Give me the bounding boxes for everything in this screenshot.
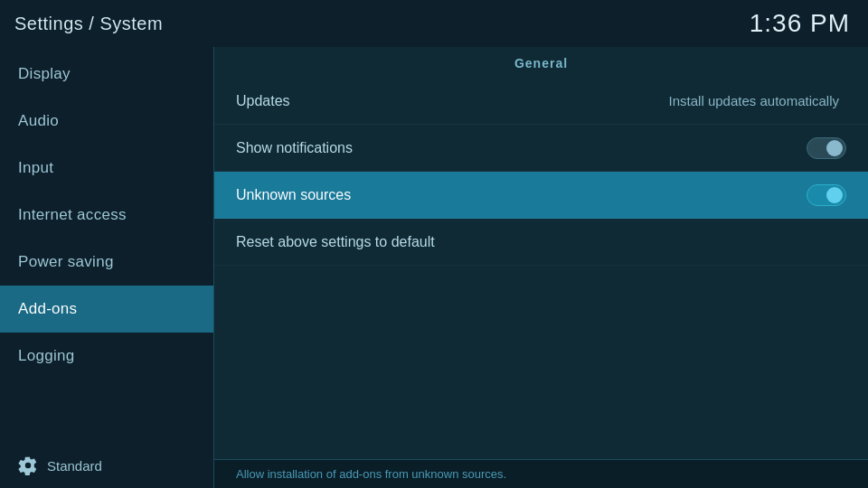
status-text: Allow installation of add-ons from unkno… (236, 467, 506, 481)
toggle-show-notifications[interactable] (807, 137, 846, 159)
app-header: Settings / System 1:36 PM (0, 0, 868, 47)
section-header: General (214, 47, 868, 78)
sidebar-item-audio[interactable]: Audio (0, 98, 213, 145)
setting-row-unknown-sources[interactable]: Unknown sources (214, 172, 868, 219)
setting-row-show-notifications[interactable]: Show notifications (214, 125, 868, 172)
sidebar-item-display[interactable]: Display (0, 51, 213, 98)
sidebar-item-power-saving[interactable]: Power saving (0, 239, 213, 286)
setting-value-updates: Install updates automatically (669, 93, 839, 108)
setting-row-updates[interactable]: UpdatesInstall updates automatically (214, 78, 868, 125)
setting-label-show-notifications: Show notifications (236, 140, 807, 156)
sidebar-footer-label: Standard (47, 458, 102, 474)
sidebar-item-logging[interactable]: Logging (0, 333, 213, 380)
setting-row-reset-settings[interactable]: Reset above settings to default (214, 219, 868, 266)
toggle-knob-unknown-sources (826, 187, 843, 203)
settings-list: UpdatesInstall updates automaticallyShow… (214, 78, 868, 459)
toggle-knob-show-notifications (826, 140, 843, 156)
gear-icon (18, 455, 38, 475)
sidebar-footer[interactable]: Standard (0, 443, 213, 488)
sidebar-item-add-ons[interactable]: Add-ons (0, 286, 213, 333)
content-area: General UpdatesInstall updates automatic… (214, 47, 868, 488)
sidebar-item-input[interactable]: Input (0, 145, 213, 192)
clock: 1:36 PM (750, 9, 850, 38)
setting-label-updates: Updates (236, 93, 669, 109)
setting-label-unknown-sources: Unknown sources (236, 187, 807, 203)
page-title: Settings / System (14, 14, 163, 34)
setting-label-reset-settings: Reset above settings to default (236, 234, 846, 250)
toggle-unknown-sources[interactable] (807, 184, 846, 206)
status-bar: Allow installation of add-ons from unkno… (214, 459, 868, 488)
sidebar-item-internet-access[interactable]: Internet access (0, 192, 213, 239)
main-layout: DisplayAudioInputInternet accessPower sa… (0, 47, 868, 488)
sidebar: DisplayAudioInputInternet accessPower sa… (0, 47, 213, 488)
